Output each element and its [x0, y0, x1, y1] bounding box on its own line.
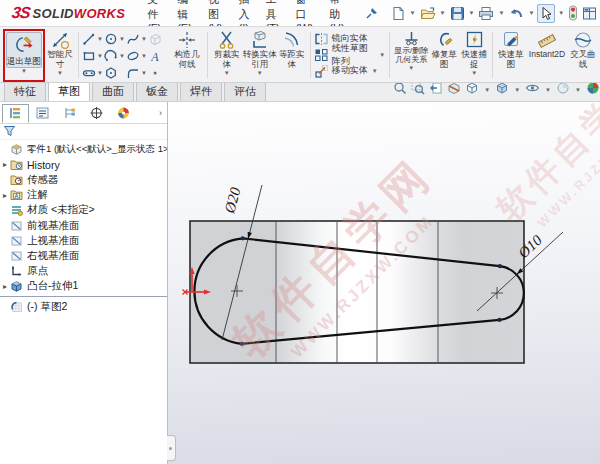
dropdown-caret[interactable]: ▼ [224, 69, 230, 79]
dropdown-caret[interactable]: ▼ [410, 10, 416, 16]
hide-show-items-button[interactable] [525, 83, 540, 99]
dropdown-caret[interactable]: ▼ [440, 10, 446, 16]
dropdown-caret[interactable]: ▼ [575, 87, 581, 93]
dropdown-caret[interactable]: ▼ [379, 52, 385, 58]
tab-surfaces[interactable]: 曲面 [92, 83, 134, 101]
dropdown-caret[interactable]: ▼ [141, 70, 147, 76]
featuremanager-tree-tab[interactable] [2, 104, 29, 123]
edit-appearance-button[interactable] [556, 83, 570, 99]
tree-item-sketch2[interactable]: (-) 草图2 [0, 300, 167, 315]
dropdown-caret[interactable]: ▼ [97, 53, 103, 59]
tab-sketch[interactable]: 草图 [48, 83, 90, 102]
dropdown-caret[interactable]: ▼ [408, 64, 414, 74]
dropdown-caret[interactable]: ▼ [21, 68, 27, 74]
panel-splitter-handle[interactable] [167, 435, 176, 461]
instant2d-button[interactable]: Instant2D [526, 29, 568, 60]
menu-edit[interactable]: 编辑(E) [169, 0, 200, 27]
expand-arrow-icon[interactable]: ▸ [0, 191, 10, 200]
offset-entities-button[interactable]: 等距实体 [277, 29, 307, 69]
new-document-button[interactable] [390, 5, 407, 22]
undo-button[interactable] [507, 5, 525, 22]
spline-tool[interactable]: ▼ [126, 30, 148, 47]
quick-snaps-button[interactable]: 快速捕捉 ▼ [459, 29, 489, 79]
tab-features[interactable]: 特征 [4, 83, 46, 101]
arc-tool[interactable]: ▼ [104, 47, 126, 64]
dropdown-caret[interactable]: ▼ [97, 70, 103, 76]
apply-scene-button[interactable] [586, 83, 600, 99]
graphics-viewport[interactable]: Ø20 Ø10 软件自学网 WWW.RJZXW [168, 102, 600, 464]
dropdown-caret[interactable]: ▼ [97, 36, 103, 42]
menu-view[interactable]: 视图(V) [200, 0, 231, 27]
tab-weldments[interactable]: 焊件 [180, 83, 222, 101]
dropdown-caret[interactable]: ▼ [528, 10, 534, 16]
display-delete-relations-button[interactable]: 显示/删除几何关系 ▼ [393, 29, 429, 74]
tree-item-front-plane[interactable]: 前视基准面 [0, 218, 167, 233]
dropdown-caret[interactable]: ▼ [558, 10, 564, 16]
select-tool-button[interactable] [537, 4, 555, 23]
view-orientation-button[interactable] [465, 83, 479, 99]
menu-file[interactable]: 文件(F) [139, 0, 169, 27]
construction-geometry-button[interactable]: 构造几何线 [170, 29, 204, 69]
rectangle-tool[interactable]: ▼ [82, 47, 104, 64]
tree-item-top-plane[interactable]: 上视基准面 [0, 233, 167, 248]
circle-tool[interactable]: ▼ [104, 30, 126, 47]
tree-item-right-plane[interactable]: 右视基准面 [0, 248, 167, 263]
save-button[interactable] [449, 5, 466, 22]
menu-tools[interactable]: 工具(T) [258, 0, 288, 27]
tree-item-history[interactable]: ▸ History [0, 157, 167, 172]
fillet-tool[interactable]: ▼ [126, 64, 148, 81]
tree-item-material[interactable]: 材质 <未指定> [0, 203, 167, 218]
part-face[interactable] [190, 221, 524, 363]
text-tool[interactable]: A [148, 47, 170, 64]
zoom-to-fit-button[interactable] [393, 83, 407, 99]
sketch-canvas[interactable]: Ø20 Ø10 [168, 102, 600, 464]
tree-item-origin[interactable]: 原点 [0, 264, 167, 279]
panel-tab-overflow-arrow[interactable]: › [159, 108, 165, 118]
ellipse-tool[interactable]: ▼ [126, 47, 148, 64]
menu-help[interactable]: 帮助(H) [321, 0, 352, 27]
polygon-tool[interactable] [104, 64, 126, 81]
dropdown-caret[interactable]: ▼ [498, 10, 504, 16]
sketch-3d-tool[interactable] [148, 30, 170, 47]
dimxpertmanager-tab[interactable] [83, 104, 110, 123]
menu-window[interactable]: 窗口(W) [288, 0, 322, 27]
expand-arrow-icon[interactable]: ▸ [0, 282, 10, 291]
dropdown-caret[interactable]: ▼ [471, 69, 477, 79]
dropdown-caret[interactable]: ▼ [484, 87, 490, 93]
tab-sheet-metal[interactable]: 钣金 [136, 83, 178, 101]
open-button[interactable] [419, 5, 437, 22]
menu-insert[interactable]: 插入(I) [231, 0, 258, 27]
dropdown-caret[interactable]: ▼ [469, 10, 475, 16]
trim-entities-button[interactable]: 剪裁实体 ▼ [211, 29, 243, 79]
dropdown-caret[interactable]: ▼ [141, 53, 147, 59]
exit-sketch-button[interactable]: 退出草图 [6, 32, 42, 68]
dropdown-caret[interactable]: ▼ [57, 69, 63, 79]
dropdown-caret[interactable]: ▼ [141, 36, 147, 42]
dropdown-caret[interactable]: ▼ [257, 69, 263, 79]
smart-dimension-button[interactable]: 智能尺寸 ▼ [45, 29, 75, 79]
dropdown-caret[interactable]: ▼ [545, 87, 551, 93]
tab-evaluate[interactable]: 评估 [224, 83, 266, 101]
intersection-curve-button[interactable]: 交叉曲线 [568, 29, 598, 69]
rapid-sketch-button[interactable]: 快速草图 [496, 29, 526, 69]
configurationmanager-tab[interactable] [56, 104, 83, 123]
slot-tool[interactable]: ▼ [82, 64, 104, 81]
dropdown-caret[interactable]: ▼ [119, 36, 125, 42]
rollback-bar[interactable] [0, 296, 167, 298]
line-tool[interactable]: ▼ [82, 30, 104, 47]
move-entities-button[interactable]: 移动实体 ▼ [314, 63, 387, 78]
rebuild-button[interactable] [567, 4, 579, 22]
print-button[interactable] [477, 5, 495, 22]
pin-menu-icon[interactable] [365, 7, 378, 20]
dropdown-caret[interactable]: ▼ [372, 68, 378, 74]
filter-funnel-icon[interactable] [3, 123, 16, 141]
tree-item-part-root[interactable]: 零件1 (默认<<默认>_显示状态 1>) [0, 142, 167, 157]
display-style-button[interactable] [495, 83, 509, 99]
tree-item-boss-extrude1[interactable]: ▸ 凸台-拉伸1 [0, 279, 167, 294]
zoom-to-area-button[interactable] [411, 83, 425, 99]
expand-arrow-icon[interactable]: ▸ [0, 160, 10, 169]
section-view-button[interactable] [447, 83, 461, 99]
repair-sketch-button[interactable]: 修复草图 [429, 29, 459, 69]
options-button[interactable] [581, 5, 598, 22]
tree-item-sensors[interactable]: 传感器 [0, 172, 167, 187]
